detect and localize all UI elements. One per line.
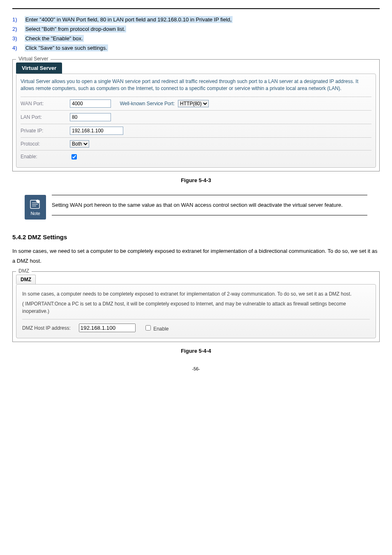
dmz-panel: In some cases, a computer needs to be co… (16, 284, 376, 338)
wan-port-input[interactable] (70, 99, 111, 108)
section-heading: 5.4.2 DMZ Settings (12, 234, 380, 240)
private-ip-label: Private IP: (21, 128, 70, 134)
step-2: 2) Select "Both" from protocol drop-down… (12, 26, 380, 32)
dmz-enable-wrap[interactable]: Enable (144, 324, 169, 332)
figure-caption-2: Figure 5-4-4 (12, 348, 380, 354)
dmz-legend: DMZ (16, 268, 32, 274)
protocol-select[interactable]: Both (70, 140, 89, 148)
private-ip-input[interactable] (70, 127, 123, 135)
dmz-tab[interactable]: DMZ (16, 275, 36, 284)
dmz-fieldset: DMZ DMZ In some cases, a computer needs … (12, 271, 380, 342)
top-rule (12, 8, 380, 9)
step-text: Select "Both" from protocol drop-down li… (25, 25, 126, 32)
dmz-separator (22, 319, 370, 319)
lan-port-row: LAN Port: (21, 110, 371, 124)
step-1: 1) Enter "4000" in WAN Port field, 80 in… (12, 16, 380, 23)
step-num: 3) (12, 35, 23, 42)
virtual-server-tab[interactable]: Virtual Server (16, 62, 62, 74)
virtual-server-panel: Virtual Server allows you to open a sing… (16, 74, 376, 168)
protocol-label: Protocol: (21, 141, 70, 147)
step-num: 2) (12, 26, 23, 32)
dmz-host-label: DMZ Host IP address: (22, 325, 71, 331)
note-label: Note (30, 211, 40, 216)
virtual-server-fieldset: Virtual Server Virtual Server Virtual Se… (12, 59, 380, 171)
steps-list: 1) Enter "4000" in WAN Port field, 80 in… (12, 16, 380, 51)
well-known-select[interactable]: HTTP(80) (178, 100, 209, 107)
step-text: Enter "4000" in WAN Port field, 80 in LA… (25, 16, 233, 23)
figure-caption-1: Figure 5-4-3 (12, 177, 380, 183)
dmz-enable-label: Enable (153, 326, 168, 332)
note-text: Setting WAN port hereon to the same valu… (52, 195, 367, 216)
section-intro: In some cases, we need to set a computer… (12, 246, 380, 266)
step-text: Click "Save" to save such settings. (25, 44, 108, 51)
step-text: Check the "Enable" box. (25, 35, 84, 42)
wan-port-row: WAN Port: Well-known Service Port: HTTP(… (21, 97, 371, 110)
note-icon: Note (25, 195, 46, 220)
dmz-p2: ( IMPORTANT:Once a PC is set to a DMZ ho… (22, 300, 370, 315)
note-block: Note Setting WAN port hereon to the same… (25, 195, 367, 220)
step-4: 4) Click "Save" to save such settings. (12, 45, 380, 51)
dmz-host-input[interactable] (79, 324, 136, 332)
fieldset-legend: Virtual Server (16, 56, 51, 62)
well-known-label: Well-known Service Port: (120, 101, 175, 106)
vs-intro: Virtual Server allows you to open a sing… (21, 78, 371, 92)
dmz-p1: In some cases, a computer needs to be co… (22, 290, 370, 298)
step-num: 1) (12, 16, 23, 23)
dmz-enable-checkbox[interactable] (145, 325, 151, 331)
lan-port-input[interactable] (70, 113, 111, 121)
enable-checkbox[interactable] (71, 154, 77, 160)
enable-row: Enable: (21, 150, 371, 163)
step-num: 4) (12, 45, 23, 51)
enable-label: Enable: (21, 154, 70, 160)
page-number: -56- (12, 366, 380, 371)
lan-port-label: LAN Port: (21, 114, 70, 120)
step-3: 3) Check the "Enable" box. (12, 35, 380, 42)
protocol-row: Protocol: Both (21, 137, 371, 150)
private-ip-row: Private IP: (21, 124, 371, 137)
wan-port-label: WAN Port: (21, 101, 70, 106)
dmz-host-row: DMZ Host IP address: Enable (22, 324, 370, 332)
notepad-icon (29, 199, 42, 210)
